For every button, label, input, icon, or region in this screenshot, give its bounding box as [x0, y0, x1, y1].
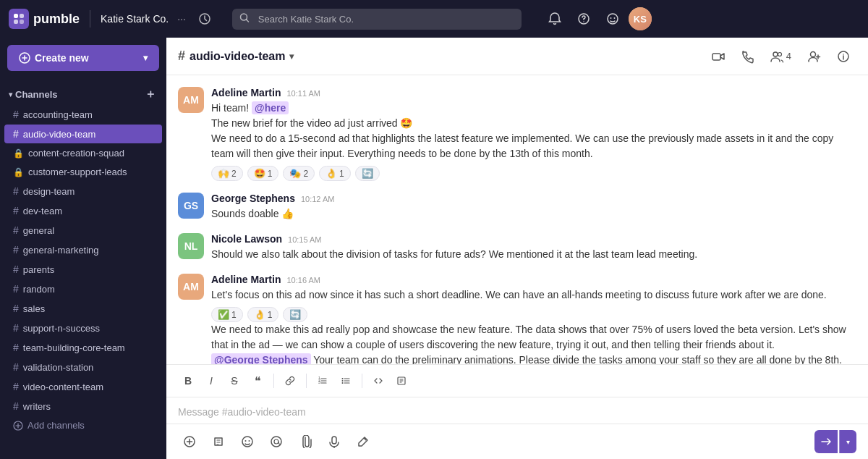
channel-dropdown-chevron[interactable]: ▾: [289, 51, 294, 62]
emoji-picker-button[interactable]: [236, 430, 259, 453]
channel-item-name: team-building-core-team: [23, 342, 125, 353]
voice-call-button[interactable]: [734, 43, 760, 70]
message-msg3: NLNicole Lawson10:15 AMShould we also ta…: [178, 233, 856, 262]
reaction-item[interactable]: 🔄: [355, 166, 380, 181]
message-input[interactable]: [178, 403, 856, 421]
toolbar-separator-1: [273, 374, 274, 388]
avatar-placeholder: NL: [178, 233, 204, 259]
message-msg1: AMAdeline Martin10:11 AMHi team! @hereTh…: [178, 87, 856, 181]
channel-item-name: sales: [23, 303, 45, 314]
hash-icon: #: [13, 303, 19, 314]
reaction-item[interactable]: 👌1: [247, 307, 279, 322]
message-content: Adeline Martin10:16 AMLet's focus on thi…: [211, 274, 856, 364]
bold-button[interactable]: B: [178, 371, 198, 391]
reaction-item[interactable]: 👌1: [319, 166, 351, 181]
sidebar-item-random[interactable]: #random: [4, 279, 162, 298]
video-call-button[interactable]: [705, 43, 731, 70]
sidebar-item-team-building-core-team[interactable]: #team-building-core-team: [4, 338, 162, 357]
hash-icon: #: [13, 400, 19, 412]
attachment-button[interactable]: [294, 430, 317, 453]
ordered-list-button[interactable]: 123: [312, 371, 333, 391]
voice-record-button[interactable]: [323, 430, 346, 453]
message-author: Nicole Lawson: [211, 233, 282, 245]
reaction-item[interactable]: 🔄: [283, 307, 307, 322]
app-logo: pumble: [9, 9, 80, 29]
editor-input-wrap[interactable]: [166, 397, 868, 424]
sidebar-item-general[interactable]: #general: [4, 221, 162, 240]
message-content: George Stephens10:12 AMSounds doable 👍: [211, 193, 856, 222]
message-paragraph: Let's focus on this ad now since it has …: [211, 287, 856, 303]
svg-point-8: [608, 14, 618, 24]
channel-title[interactable]: # audio-video-team ▾: [178, 49, 294, 64]
mention-button[interactable]: [265, 430, 288, 453]
sidebar-item-parents[interactable]: #parents: [4, 260, 162, 279]
add-member-button[interactable]: [801, 43, 827, 70]
send-dropdown-button[interactable]: ▾: [839, 430, 856, 453]
sidebar-item-validation-station[interactable]: #validation-station: [4, 358, 162, 376]
sidebar-item-support-n-success[interactable]: #support-n-success: [4, 319, 162, 337]
workspace-menu-dots[interactable]: ···: [177, 13, 186, 25]
sidebar-item-audio-video-team[interactable]: #audio-video-team: [4, 125, 162, 143]
user-avatar[interactable]: KS: [629, 7, 652, 30]
sidebar-item-content-creation-squad[interactable]: 🔒content-creation-squad: [4, 144, 162, 162]
sidebar-item-general-marketing[interactable]: #general-marketing: [4, 240, 162, 259]
reactions: ✅1👌1🔄: [211, 307, 856, 322]
sidebar-item-sales[interactable]: #sales: [4, 299, 162, 318]
quote-button[interactable]: ❝: [247, 371, 268, 391]
code-button[interactable]: [368, 371, 388, 391]
sidebar: Create new ▾ ▾ Channels ＋ #accounting-te…: [0, 38, 166, 459]
editor-toolbar: B I S ❝ 123: [166, 364, 868, 397]
add-attachment-button[interactable]: [178, 430, 201, 453]
block-button[interactable]: [391, 371, 412, 391]
italic-button[interactable]: I: [201, 371, 221, 391]
channel-item-name: audio-video-team: [23, 129, 95, 140]
svg-point-14: [773, 52, 778, 56]
reaction-item[interactable]: 🙌2: [211, 166, 243, 181]
notification-button[interactable]: [542, 6, 568, 32]
add-channels-button[interactable]: Add channels: [4, 416, 162, 434]
sidebar-item-video-content-team[interactable]: #video-content-team: [4, 377, 162, 396]
mention-here: @here: [252, 101, 289, 114]
channel-item-name: writers: [23, 401, 51, 412]
members-button[interactable]: 4: [763, 46, 799, 67]
search-input[interactable]: [232, 9, 522, 30]
create-btn-chevron: ▾: [143, 53, 148, 63]
workspace-name[interactable]: Katie Stark Co.: [101, 13, 169, 25]
channel-item-name: video-content-team: [23, 382, 103, 392]
chat-area: # audio-video-team ▾ 4: [166, 38, 868, 459]
link-button[interactable]: [280, 371, 300, 391]
sidebar-item-dev-team[interactable]: #dev-team: [4, 201, 162, 220]
reaction-item[interactable]: ✅1: [211, 307, 243, 322]
message-avatar: NL: [178, 233, 204, 259]
svg-rect-3: [20, 20, 24, 24]
message-avatar: AM: [178, 274, 204, 300]
svg-rect-32: [332, 437, 336, 444]
sidebar-item-writers[interactable]: #writers: [4, 397, 162, 416]
unordered-list-button[interactable]: [336, 371, 356, 391]
hash-icon: #: [13, 185, 19, 197]
text-format-button[interactable]: [207, 430, 230, 453]
message-paragraph: Hi team! @here: [211, 101, 856, 116]
sidebar-item-design-team[interactable]: #design-team: [4, 182, 162, 201]
info-button[interactable]: [830, 43, 856, 70]
emoji-button[interactable]: [600, 6, 626, 32]
search-bar[interactable]: [232, 9, 522, 30]
svg-point-9: [610, 17, 611, 19]
help-button[interactable]: [571, 6, 597, 32]
reaction-item[interactable]: 🤩1: [247, 166, 279, 181]
topbar-divider: [90, 10, 90, 28]
svg-text:3: 3: [318, 380, 320, 384]
create-new-button[interactable]: Create new ▾: [7, 45, 159, 71]
channels-section-header[interactable]: ▾ Channels ＋: [0, 84, 166, 104]
avatar-placeholder: GS: [178, 193, 204, 219]
sidebar-item-accounting-team[interactable]: #accounting-team: [4, 105, 162, 124]
sidebar-item-customer-support-leads[interactable]: 🔒customer-support-leads: [4, 163, 162, 181]
hash-icon: #: [13, 128, 19, 140]
history-button[interactable]: [192, 6, 218, 32]
app-icon: [9, 9, 29, 29]
strikethrough-button[interactable]: S: [224, 371, 244, 391]
edit-button[interactable]: [352, 430, 375, 453]
send-button[interactable]: [814, 430, 838, 453]
add-channel-icon[interactable]: ＋: [143, 87, 158, 101]
reaction-item[interactable]: 🎭2: [283, 166, 315, 181]
